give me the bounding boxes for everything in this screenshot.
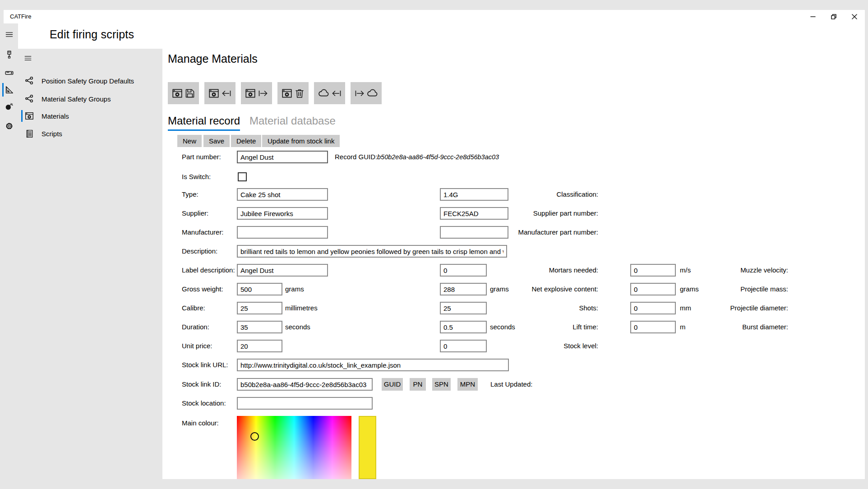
gear-icon [5, 121, 14, 131]
scripts-icon [24, 128, 35, 139]
arrow-left-to-bar-icon [331, 88, 342, 99]
duration-input[interactable] [237, 321, 282, 333]
nav-menu-button[interactable] [0, 27, 18, 42]
burst-diameter-label: Burst diameter: [668, 321, 788, 333]
sidebar-selected-indicator [21, 110, 23, 122]
part-number-input[interactable] [237, 151, 328, 163]
sidebar-item-label: Materials [42, 112, 69, 120]
app-header-band: Edit firing scripts [18, 23, 865, 49]
floppy-icon [185, 88, 195, 99]
shots-input[interactable] [440, 302, 487, 314]
net-explosive-content-input[interactable] [440, 283, 487, 295]
manufacturer-part-number-input[interactable] [440, 226, 508, 239]
guid-button[interactable]: GUID [382, 378, 403, 391]
cloud-icon [318, 87, 330, 99]
new-button[interactable]: New [177, 135, 202, 147]
lift-time-input[interactable] [440, 321, 487, 333]
update-from-stock-link-button[interactable]: Update from stock link [262, 135, 340, 147]
last-updated-label: Last Updated: [490, 378, 532, 391]
nav-rail [0, 23, 18, 479]
colour-picker[interactable] [237, 416, 351, 479]
muzzle-velocity-input[interactable] [630, 264, 676, 277]
classification-input[interactable] [440, 188, 508, 201]
tab-material-database[interactable]: Material database [249, 115, 336, 129]
stock-location-label: Stock location: [182, 397, 226, 410]
supplier-part-number-input[interactable] [440, 207, 508, 220]
supplier-label: Supplier: [182, 207, 208, 220]
material-icon [281, 88, 293, 99]
app-header-title: Edit firing scripts [50, 28, 134, 41]
manufacturer-input[interactable] [237, 226, 328, 239]
selected-colour-swatch [359, 416, 376, 479]
mpn-button[interactable]: MPN [457, 378, 478, 391]
mortars-needed-input[interactable] [440, 264, 487, 277]
manage-materials-panel: Manage Materials Material record Materia… [162, 49, 865, 479]
tab-material-record[interactable]: Material record [168, 115, 240, 131]
is-switch-label: Is Switch: [182, 171, 211, 183]
import-material-button[interactable] [204, 82, 235, 104]
cloud-download-button[interactable] [314, 82, 345, 104]
calibre-input[interactable] [237, 302, 282, 314]
close-button[interactable] [844, 10, 865, 23]
save-material-button[interactable] [168, 82, 199, 104]
sidebar-item-material-safety-groups[interactable]: Material Safety Groups [18, 92, 162, 106]
gross-weight-label: Gross weight: [182, 283, 223, 295]
is-switch-checkbox[interactable] [238, 172, 247, 181]
projectile-mass-unit: grams [680, 283, 699, 295]
sidebar-item-label: Position Safety Group Defaults [42, 77, 134, 85]
save-button[interactable]: Save [203, 135, 230, 147]
burst-diameter-unit: m [680, 321, 686, 333]
rail-item-script-designer[interactable] [0, 82, 18, 97]
stock-link-url-input[interactable] [237, 359, 509, 371]
burst-diameter-input[interactable] [630, 321, 676, 333]
delete-button[interactable]: Delete [231, 135, 261, 147]
bomb-icon [5, 101, 14, 111]
hamburger-icon [5, 30, 14, 39]
sidebar-item-label: Scripts [42, 130, 62, 138]
supplier-input[interactable] [237, 207, 328, 220]
minimize-button[interactable] [803, 10, 823, 23]
colour-picker-marker[interactable] [250, 432, 259, 441]
window-title: CATFire [10, 10, 31, 23]
close-icon [852, 14, 857, 19]
calibre-label: Calibre: [182, 302, 205, 314]
stock-location-input[interactable] [237, 397, 373, 410]
label-description-input[interactable] [237, 264, 328, 277]
restore-button[interactable] [823, 10, 844, 23]
export-material-button[interactable] [241, 82, 272, 104]
sidebar-menu-button[interactable] [24, 52, 37, 64]
rail-item-materials[interactable] [0, 98, 18, 114]
lift-time-unit: seconds [490, 321, 515, 333]
arrow-left-to-bar-icon [221, 88, 232, 99]
spn-button[interactable]: SPN [432, 378, 451, 391]
gross-weight-input[interactable] [237, 283, 282, 295]
sidebar-item-materials[interactable]: Materials [18, 109, 162, 123]
cloud-upload-button[interactable] [351, 82, 382, 104]
material-icon [208, 88, 220, 99]
muzzle-velocity-unit: m/s [680, 264, 691, 277]
rail-item-firing-modules[interactable] [0, 65, 18, 80]
record-guid-value: b50b2e8a-aa86-4f5d-9ccc-2e8d56b3ac03 [377, 151, 499, 163]
rail-item-settings[interactable] [0, 118, 18, 134]
sidebar-item-position-safety-group-defaults[interactable]: Position Safety Group Defaults [18, 74, 162, 88]
minimize-icon [810, 14, 816, 19]
delete-material-button[interactable] [277, 82, 309, 104]
record-guid-label: Record GUID: [335, 151, 377, 163]
unit-price-input[interactable] [237, 340, 282, 352]
stock-link-url-label: Stock link URL: [182, 359, 228, 371]
projectile-diameter-input[interactable] [630, 302, 676, 314]
cloud-icon [366, 87, 379, 99]
safety-group-icon [24, 93, 35, 104]
safety-group-icon [24, 75, 35, 86]
stock-link-id-input[interactable] [237, 378, 373, 391]
projectile-diameter-unit: mm [680, 302, 691, 314]
sidebar-item-scripts[interactable]: Scripts [18, 127, 162, 140]
label-description-label: Label description: [182, 264, 235, 277]
projectile-mass-input[interactable] [630, 283, 676, 295]
stock-level-input[interactable] [440, 340, 487, 352]
type-input[interactable] [237, 188, 328, 201]
rail-item-devices[interactable] [0, 47, 18, 62]
description-input[interactable] [237, 245, 507, 258]
pn-button[interactable]: PN [410, 378, 426, 391]
part-number-label: Part number: [182, 151, 221, 163]
